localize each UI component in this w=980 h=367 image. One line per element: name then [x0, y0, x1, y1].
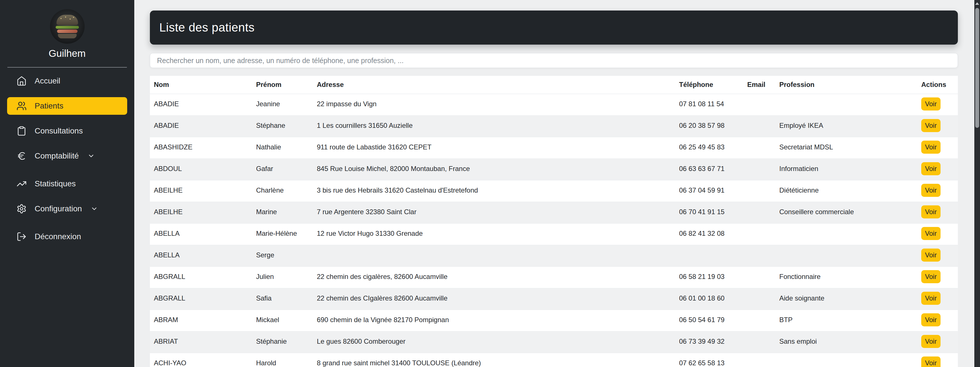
search-input[interactable] [150, 53, 958, 68]
cell-telephone: 06 82 41 32 08 [675, 223, 743, 245]
cell-profession: Informaticien [775, 158, 917, 180]
user-name: Guilhem [0, 48, 134, 59]
table-header: NomPrénomAdresseTéléphoneEmailProfession… [150, 76, 958, 94]
scrollbar[interactable] [974, 0, 980, 367]
table-row: ABASHIDZE Nathalie 911 route de Labastid… [150, 137, 958, 158]
avatar-burger-bun-bottom [58, 34, 76, 38]
voir-button[interactable]: Voir [921, 356, 940, 367]
cell-prenom: Harold [252, 353, 313, 367]
sidebar-item-label: Patients [35, 101, 63, 110]
table-row: ABEILHE Marine 7 rue Argentere 32380 Sai… [150, 202, 958, 223]
table-row: ABADIE Jeanine 22 impasse du Vign 07 81 … [150, 94, 958, 115]
cell-actions: Voir [917, 158, 958, 180]
scrollbar-thumb[interactable] [975, 8, 979, 128]
cell-prenom: Mickael [252, 310, 313, 331]
cell-prenom: Safia [252, 288, 313, 310]
voir-button[interactable]: Voir [921, 205, 940, 219]
cell-adresse [313, 245, 675, 266]
voir-button[interactable]: Voir [921, 227, 940, 240]
cell-adresse: 22 impasse du Vign [313, 94, 675, 115]
cell-email [743, 158, 775, 180]
cell-actions: Voir [917, 94, 958, 115]
cell-profession: Aide soignante [775, 288, 917, 310]
voir-button[interactable]: Voir [921, 249, 940, 262]
cell-prenom: Serge [252, 245, 313, 266]
cell-email [743, 331, 775, 353]
voir-button[interactable]: Voir [921, 119, 940, 132]
cell-nom: ABGRALL [150, 288, 252, 310]
cell-nom: ABASHIDZE [150, 137, 252, 158]
sidebar-item-patients[interactable]: Patients [7, 97, 127, 115]
cell-profession [775, 353, 917, 367]
table-row: ABEILHE Charlène 3 bis rue des Hebrails … [150, 180, 958, 202]
cell-adresse: 7 rue Argentere 32380 Saint Clar [313, 202, 675, 223]
sidebar-item-deconnexion[interactable]: Déconnexion [7, 228, 127, 246]
cell-nom: ABDOUL [150, 158, 252, 180]
cell-telephone: 06 37 04 59 91 [675, 180, 743, 202]
cell-profession [775, 245, 917, 266]
scrollbar-up-arrow[interactable] [975, 2, 979, 5]
cell-email [743, 137, 775, 158]
cell-email [743, 94, 775, 115]
voir-button[interactable]: Voir [921, 292, 940, 305]
sidebar-item-accueil[interactable]: Accueil [7, 72, 127, 90]
gear-icon [16, 204, 27, 214]
cell-nom: ABEILHE [150, 180, 252, 202]
table-row: ABRAM Mickael 690 chemin de la Vignée 82… [150, 310, 958, 331]
page-header: Liste des patients [150, 11, 958, 45]
voir-button[interactable]: Voir [921, 313, 940, 326]
voir-button[interactable]: Voir [921, 184, 940, 197]
column-header-nom: Nom [150, 76, 252, 94]
cell-prenom: Nathalie [252, 137, 313, 158]
column-header-email: Email [743, 76, 775, 94]
voir-button[interactable]: Voir [921, 270, 940, 283]
cell-telephone: 06 01 00 18 60 [675, 288, 743, 310]
sidebar-item-statistiques[interactable]: Statistiques [7, 175, 127, 193]
patients-table: NomPrénomAdresseTéléphoneEmailProfession… [150, 76, 958, 367]
cell-prenom: Charlène [252, 180, 313, 202]
cell-nom: ABADIE [150, 94, 252, 115]
cell-email [743, 310, 775, 331]
voir-button[interactable]: Voir [921, 335, 940, 348]
cell-actions: Voir [917, 180, 958, 202]
cell-nom: ABELLA [150, 245, 252, 266]
cell-adresse: 1 Les cournillers 31650 Auzielle [313, 115, 675, 137]
cell-email [743, 288, 775, 310]
cell-prenom: Jeanine [252, 94, 313, 115]
table-row: ABDOUL Gafar 845 Rue Louise Michel, 8200… [150, 158, 958, 180]
cell-profession: Fonctionnaire [775, 266, 917, 288]
column-header-telephone: Téléphone [675, 76, 743, 94]
table-row: ABGRALL Julien 22 chemin des cigalères, … [150, 266, 958, 288]
cell-email [743, 115, 775, 137]
cell-email [743, 223, 775, 245]
sidebar-nav: Accueil Patients Consultations Comptabil… [0, 72, 134, 246]
cell-email [743, 245, 775, 266]
sidebar-item-comptabilite[interactable]: Comptabilité [7, 147, 127, 165]
sidebar-item-configuration[interactable]: Configuration [7, 200, 127, 218]
table-row: ABGRALL Safia 22 chemin des CIgalères 82… [150, 288, 958, 310]
cell-actions: Voir [917, 266, 958, 288]
voir-button[interactable]: Voir [921, 97, 940, 110]
chevron-down-icon [88, 152, 95, 160]
cell-email [743, 202, 775, 223]
table-body: ABADIE Jeanine 22 impasse du Vign 07 81 … [150, 94, 958, 367]
cell-actions: Voir [917, 115, 958, 137]
cell-telephone: 07 81 08 11 54 [675, 94, 743, 115]
voir-button[interactable]: Voir [921, 162, 940, 175]
cell-email [743, 180, 775, 202]
sidebar-item-label: Déconnexion [35, 232, 81, 241]
cell-prenom: Julien [252, 266, 313, 288]
table-row: ABELLA Marie-Hélène 12 rue Victor Hugo 3… [150, 223, 958, 245]
cell-nom: ABRAM [150, 310, 252, 331]
cell-adresse: 690 chemin de la Vignée 82170 Pompignan [313, 310, 675, 331]
cell-profession: Sans emploi [775, 331, 917, 353]
voir-button[interactable]: Voir [921, 140, 940, 154]
sidebar-item-consultations[interactable]: Consultations [7, 122, 127, 140]
cell-actions: Voir [917, 331, 958, 353]
home-icon [16, 76, 27, 86]
cell-profession: BTP [775, 310, 917, 331]
avatar-burger-veggies [56, 26, 79, 29]
cell-profession: Conseillere commerciale [775, 202, 917, 223]
main-content: Liste des patients NomPrénomAdresseTélép… [134, 0, 980, 367]
sidebar-divider [7, 67, 127, 68]
